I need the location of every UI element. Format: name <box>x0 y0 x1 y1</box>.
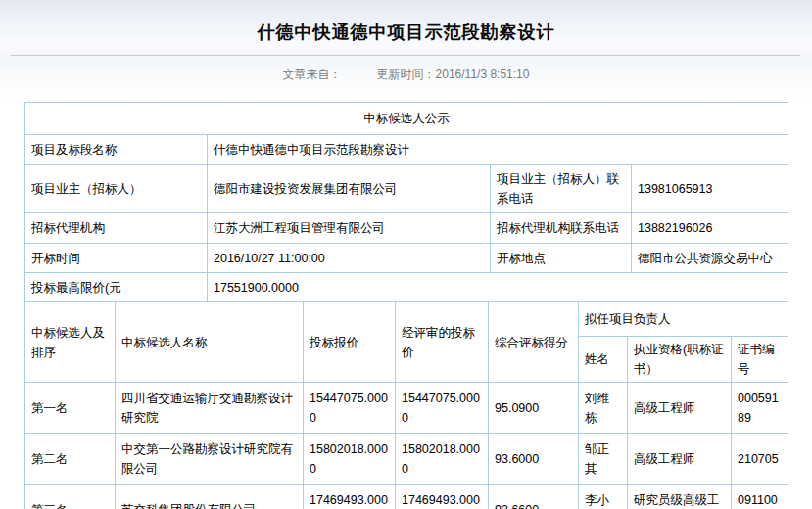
qualification-cell: 研究员级高级工程师 <box>628 485 732 509</box>
person-name-cell: 邹正其 <box>579 434 628 485</box>
value-cell: 13981065913 <box>632 165 788 213</box>
candidate-row: 第二名 中交第一公路勘察设计研究院有限公司 15802018.0000 1580… <box>25 434 788 485</box>
bid-cell: 15802018.0000 <box>304 434 396 485</box>
value-cell: 17551900.0000 <box>208 273 788 302</box>
meta-updated-value: 2016/11/3 8:51:10 <box>436 68 530 81</box>
table-row: 项目及标段名称 什德中快通德中项目示范段勘察设计 <box>25 135 788 165</box>
person-name-cell: 刘维栋 <box>579 383 628 434</box>
person-name-cell: 李小青 <box>579 485 628 509</box>
meta-updated-label: 更新时间： <box>377 68 436 81</box>
name-cell: 四川省交通运输厅交通勘察设计研究院 <box>116 383 304 434</box>
name-cell: 苏交科集团股份有限公司 <box>116 485 304 509</box>
article-meta: 文章来自： 更新时间：2016/11/3 8:51:10 <box>0 56 812 102</box>
label-cell: 项目业主（招标人） <box>25 165 208 213</box>
cert-no-cell: 09110049 <box>732 485 788 509</box>
table-row: 投标最高限价(元 17551900.0000 <box>25 273 788 302</box>
label-cell: 项目及标段名称 <box>25 135 208 165</box>
value-cell: 江苏大洲工程项目管理有限公司 <box>208 213 491 244</box>
cert-no-cell: 210705 <box>732 434 788 485</box>
value-cell: 2016/10/27 11:00:00 <box>208 244 491 273</box>
label-cell: 招标代理机构 <box>25 213 208 244</box>
header-cell-evaluated-bid: 经评审的投标价 <box>396 302 489 383</box>
meta-source-label: 文章来自： <box>283 67 342 102</box>
rank-cell: 第三名 <box>25 485 116 509</box>
candidates-header-row: 中标候选人及排序 中标候选人名称 投标报价 经评审的投标价 综合评标得分 拟任项… <box>25 302 788 337</box>
header-cell-rank: 中标候选人及排序 <box>25 302 116 383</box>
header-cell-score: 综合评标得分 <box>489 302 579 383</box>
meta-updated: 更新时间：2016/11/3 8:51:10 <box>377 67 530 102</box>
evaluated-bid-cell: 17469493.0000 <box>396 485 489 509</box>
header-divider <box>11 55 800 56</box>
table-row-title: 中标候选人公示 <box>25 103 788 135</box>
candidate-row: 第三名 苏交科集团股份有限公司 17469493.0000 17469493.0… <box>25 485 788 509</box>
header-cell-cert-no: 证书编号 <box>732 337 788 383</box>
evaluated-bid-cell: 15802018.0000 <box>396 434 489 485</box>
header-cell-qualification: 执业资格(职称证书） <box>628 337 732 383</box>
table-title-cell: 中标候选人公示 <box>25 103 788 135</box>
header-cell-name: 中标候选人名称 <box>116 302 304 383</box>
cert-no-cell: 00059189 <box>732 383 788 434</box>
label-cell: 招标代理机构联系电话 <box>491 213 632 244</box>
name-cell: 中交第一公路勘察设计研究院有限公司 <box>116 434 304 485</box>
value-cell: 德阳市公共资源交易中心 <box>632 244 788 273</box>
score-cell: 92.6600 <box>489 485 579 509</box>
qualification-cell: 高级工程师 <box>628 434 732 485</box>
evaluated-bid-cell: 15447075.0000 <box>396 383 489 434</box>
header-cell-bid: 投标报价 <box>304 302 396 383</box>
info-table: 中标候选人公示 项目及标段名称 什德中快通德中项目示范段勘察设计 项目业主（招标… <box>24 102 788 302</box>
score-cell: 93.6000 <box>489 434 579 485</box>
value-cell: 什德中快通德中项目示范段勘察设计 <box>208 135 788 165</box>
bid-cell: 15447075.0000 <box>304 383 396 434</box>
label-cell: 开标地点 <box>491 244 632 273</box>
rank-cell: 第二名 <box>25 434 116 485</box>
page-header: 什德中快通德中项目示范段勘察设计 <box>0 0 812 56</box>
score-cell: 95.0900 <box>489 383 579 434</box>
label-cell: 项目业主（招标人）联系电话 <box>491 165 632 213</box>
qualification-cell: 高级工程师 <box>628 383 732 434</box>
page-title: 什德中快通德中项目示范段勘察设计 <box>0 0 812 44</box>
table-row: 招标代理机构 江苏大洲工程项目管理有限公司 招标代理机构联系电话 1388219… <box>25 213 788 244</box>
bid-cell: 17469493.0000 <box>304 485 396 509</box>
announcement-content: 中标候选人公示 项目及标段名称 什德中快通德中项目示范段勘察设计 项目业主（招标… <box>24 102 788 509</box>
candidate-row: 第一名 四川省交通运输厅交通勘察设计研究院 15447075.0000 1544… <box>25 383 788 434</box>
value-cell: 德阳市建设投资发展集团有限公司 <box>208 165 491 213</box>
table-row: 开标时间 2016/10/27 11:00:00 开标地点 德阳市公共资源交易中… <box>25 244 788 273</box>
candidates-table: 中标候选人及排序 中标候选人名称 投标报价 经评审的投标价 综合评标得分 拟任项… <box>24 301 788 509</box>
label-cell: 投标最高限价(元 <box>25 273 208 302</box>
header-cell-group: 拟任项目负责人 <box>579 302 788 337</box>
rank-cell: 第一名 <box>25 383 116 434</box>
table-row: 项目业主（招标人） 德阳市建设投资发展集团有限公司 项目业主（招标人）联系电话 … <box>25 165 788 213</box>
label-cell: 开标时间 <box>25 244 208 273</box>
header-cell-person-name: 姓名 <box>579 337 628 383</box>
value-cell: 13882196026 <box>632 213 788 244</box>
